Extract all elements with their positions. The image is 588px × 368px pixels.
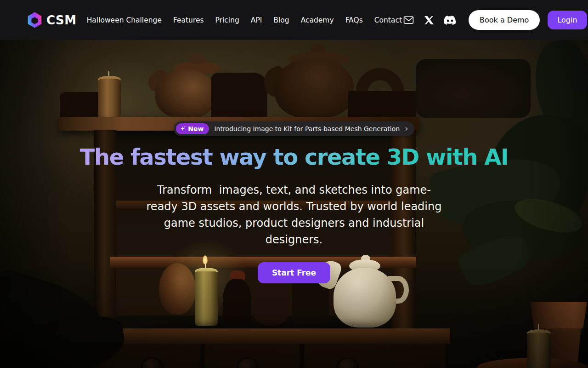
discord-icon[interactable] [443, 14, 456, 27]
new-badge-label: New [188, 125, 204, 132]
new-badge: New [176, 123, 209, 134]
csm-landing-page: CSM Halloween Challenge Features Pricing… [0, 0, 588, 368]
hero-subtitle: Transform images, text, and sketches int… [144, 182, 445, 248]
nav-link-academy[interactable]: Academy [301, 16, 334, 24]
top-nav: CSM Halloween Challenge Features Pricing… [0, 0, 588, 40]
nav-links: Halloween Challenge Features Pricing API… [87, 16, 402, 24]
announcement-text: Introducing Image to Kit for Parts-based… [214, 125, 400, 132]
nav-link-halloween-challenge[interactable]: Halloween Challenge [87, 16, 162, 24]
start-free-button[interactable]: Start Free [258, 262, 330, 283]
nav-link-blog[interactable]: Blog [273, 16, 289, 24]
nav-link-contact[interactable]: Contact [374, 16, 402, 24]
csm-logo-icon [26, 12, 43, 29]
x-icon[interactable] [423, 14, 435, 27]
nav-link-features[interactable]: Features [173, 16, 204, 24]
mail-icon[interactable] [402, 14, 415, 27]
brand-name: CSM [46, 13, 77, 27]
hero-title: The fastest way to create 3D with AI [80, 144, 509, 170]
csm-logo[interactable]: CSM [26, 12, 77, 29]
nav-link-api[interactable]: API [251, 16, 262, 24]
sparkle-icon [180, 126, 186, 132]
nav-link-faqs[interactable]: FAQs [345, 16, 363, 24]
nav-actions: Book a Demo Login [402, 10, 587, 30]
book-demo-button[interactable]: Book a Demo [469, 10, 540, 30]
login-button[interactable]: Login [548, 11, 587, 29]
hero-section: New Introducing Image to Kit for Parts-b… [0, 121, 588, 283]
nav-link-pricing[interactable]: Pricing [215, 16, 239, 24]
chevron-right-icon: › [405, 124, 408, 134]
announcement-banner[interactable]: New Introducing Image to Kit for Parts-b… [174, 121, 414, 136]
